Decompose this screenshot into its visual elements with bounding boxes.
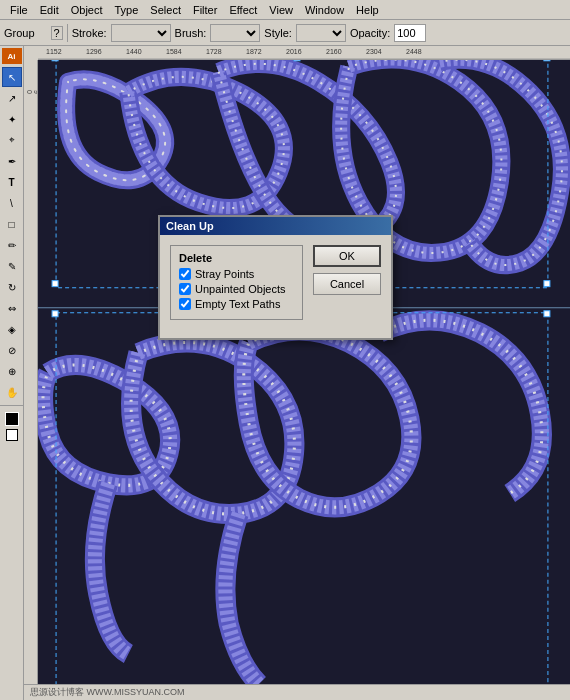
question-mark: ? bbox=[51, 26, 63, 40]
menu-item-edit[interactable]: Edit bbox=[34, 4, 65, 16]
dialog-options: Delete Stray Points Unpainted Objects bbox=[170, 245, 303, 328]
scale-tool[interactable]: ⇔ bbox=[2, 298, 22, 318]
style-label: Style: bbox=[264, 27, 292, 39]
menu-item-filter[interactable]: Filter bbox=[187, 4, 223, 16]
blend-tool[interactable]: ◈ bbox=[2, 319, 22, 339]
eyedropper-tool[interactable]: ⊘ bbox=[2, 340, 22, 360]
stray-points-label: Stray Points bbox=[195, 268, 254, 280]
canvas-wrapper: 67 8 9 0 1 2 3 4 5 6 7 8 9 0 bbox=[24, 60, 570, 700]
ok-button[interactable]: OK bbox=[313, 245, 381, 267]
hand-tool[interactable]: ✋ bbox=[2, 382, 22, 402]
ruler-corner bbox=[24, 46, 38, 60]
opacity-input[interactable] bbox=[394, 24, 426, 42]
menu-item-help[interactable]: Help bbox=[350, 4, 385, 16]
menu-item-effect[interactable]: Effect bbox=[223, 4, 263, 16]
delete-group: Delete Stray Points Unpainted Objects bbox=[170, 245, 303, 320]
main-area: Ai ↖ ↗ ✦ ⌖ ✒ T \ □ ✏ ✎ ↻ ⇔ ◈ ⊘ ⊕ ✋ 1152 bbox=[0, 46, 570, 700]
empty-text-paths-checkbox[interactable] bbox=[179, 298, 191, 310]
dialog-body: Delete Stray Points Unpainted Objects bbox=[160, 235, 391, 338]
dialog-titlebar: Clean Up bbox=[160, 217, 391, 235]
pen-tool[interactable]: ✒ bbox=[2, 151, 22, 171]
lasso-tool[interactable]: ⌖ bbox=[2, 130, 22, 150]
stray-points-checkbox[interactable] bbox=[179, 268, 191, 280]
direct-selection-tool[interactable]: ↗ bbox=[2, 88, 22, 108]
menu-item-view[interactable]: View bbox=[263, 4, 299, 16]
opacity-label: Opacity: bbox=[350, 27, 390, 39]
unpainted-objects-label: Unpainted Objects bbox=[195, 283, 286, 295]
menu-bar: File Edit Object Type Select Filter Effe… bbox=[0, 0, 570, 20]
menu-item-window[interactable]: Window bbox=[299, 4, 350, 16]
unpainted-objects-row: Unpainted Objects bbox=[179, 283, 294, 295]
style-select[interactable] bbox=[296, 24, 346, 42]
empty-text-paths-row: Empty Text Paths bbox=[179, 298, 294, 310]
group-label: Group bbox=[4, 27, 35, 39]
unpainted-objects-checkbox[interactable] bbox=[179, 283, 191, 295]
dialog-title: Clean Up bbox=[166, 220, 385, 232]
stroke-label: Stroke: bbox=[72, 27, 107, 39]
canvas[interactable]: Clean Up Delete bbox=[38, 60, 570, 700]
line-tool[interactable]: \ bbox=[2, 193, 22, 213]
pencil-tool[interactable]: ✎ bbox=[2, 256, 22, 276]
stroke-color[interactable] bbox=[6, 429, 18, 441]
menu-item-select[interactable]: Select bbox=[144, 4, 187, 16]
menu-item-type[interactable]: Type bbox=[109, 4, 145, 16]
fill-color[interactable] bbox=[5, 412, 19, 426]
empty-text-paths-label: Empty Text Paths bbox=[195, 298, 280, 310]
brush-select[interactable] bbox=[210, 24, 260, 42]
stroke-select[interactable] bbox=[111, 24, 171, 42]
magic-wand-tool[interactable]: ✦ bbox=[2, 109, 22, 129]
toolbar: Group ? Stroke: Brush: Style: Opacity: bbox=[0, 20, 570, 46]
dialog-buttons: OK Cancel bbox=[313, 245, 381, 328]
menu-item-object[interactable]: Object bbox=[65, 4, 109, 16]
selection-tool[interactable]: ↖ bbox=[2, 67, 22, 87]
tool-panel: Ai ↖ ↗ ✦ ⌖ ✒ T \ □ ✏ ✎ ↻ ⇔ ◈ ⊘ ⊕ ✋ bbox=[0, 46, 24, 700]
brush-label: Brush: bbox=[175, 27, 207, 39]
cleanup-dialog: Clean Up Delete bbox=[158, 215, 393, 340]
rotate-tool[interactable]: ↻ bbox=[2, 277, 22, 297]
cancel-button[interactable]: Cancel bbox=[313, 273, 381, 295]
type-tool[interactable]: T bbox=[2, 172, 22, 192]
delete-group-label: Delete bbox=[179, 252, 294, 264]
zoom-tool[interactable]: ⊕ bbox=[2, 361, 22, 381]
ai-logo: Ai bbox=[2, 48, 22, 64]
shape-tool[interactable]: □ bbox=[2, 214, 22, 234]
menu-item-file[interactable]: File bbox=[4, 4, 34, 16]
dialog-overlay: Clean Up Delete bbox=[38, 60, 570, 700]
brush-tool[interactable]: ✏ bbox=[2, 235, 22, 255]
stray-points-row: Stray Points bbox=[179, 268, 294, 280]
canvas-area: 1152 1296 1440 1584 1728 1872 2016 2160 … bbox=[24, 46, 570, 700]
